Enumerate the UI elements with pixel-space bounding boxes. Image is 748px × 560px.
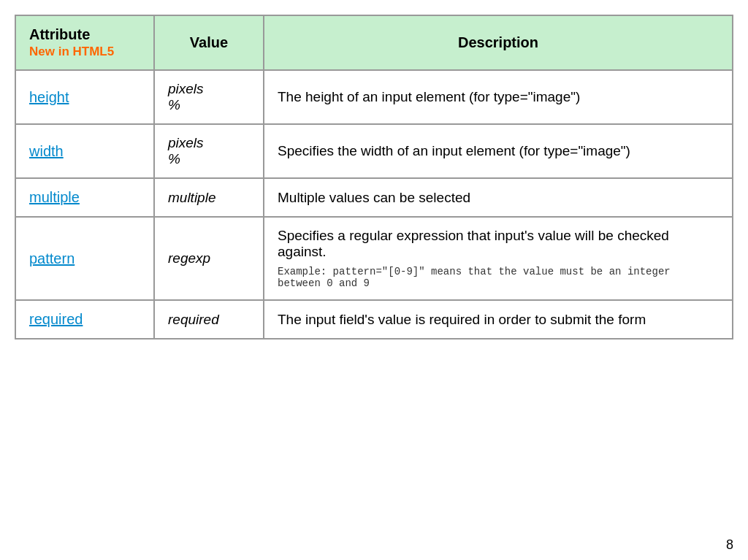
description-cell: Specifies a regular expression that inpu… xyxy=(264,217,733,300)
table-row: patternregexpSpecifies a regular express… xyxy=(15,217,733,300)
table-row: widthpixels%Specifies the width of an in… xyxy=(15,124,733,178)
attribute-link[interactable]: pattern xyxy=(29,250,75,266)
description-text: Specifies the width of an input element … xyxy=(278,143,630,158)
attribute-header-label: Attribute xyxy=(29,26,90,42)
attribute-cell: height xyxy=(15,70,154,124)
value-cell: pixels% xyxy=(154,124,264,178)
description-cell: The height of an input element (for type… xyxy=(264,70,733,124)
attribute-cell: width xyxy=(15,124,154,178)
description-cell: Specifies the width of an input element … xyxy=(264,124,733,178)
table-row: multiplemultipleMultiple values can be s… xyxy=(15,178,733,217)
attribute-cell: pattern xyxy=(15,217,154,300)
description-text: Multiple values can be selected xyxy=(278,190,470,205)
attribute-link[interactable]: required xyxy=(29,311,83,327)
attribute-link[interactable]: multiple xyxy=(29,189,80,205)
value-cell: required xyxy=(154,300,264,339)
page-number: 8 xyxy=(15,532,733,553)
description-cell: Multiple values can be selected xyxy=(264,178,733,217)
description-text: Specifies a regular expression that inpu… xyxy=(278,228,669,259)
description-header: Description xyxy=(264,15,733,70)
value-cell: pixels% xyxy=(154,70,264,124)
value-cell: multiple xyxy=(154,178,264,217)
table-header-row: Attribute New in HTML5 Value Description xyxy=(15,15,733,70)
description-cell: The input field's value is required in o… xyxy=(264,300,733,339)
attribute-link[interactable]: width xyxy=(29,143,64,159)
attribute-link[interactable]: height xyxy=(29,89,69,105)
description-text: The height of an input element (for type… xyxy=(278,89,580,104)
description-example: Example: pattern="[0-9]" means that the … xyxy=(278,266,719,289)
new-in-html5-label: New in HTML5 xyxy=(29,45,140,59)
value-header: Value xyxy=(154,15,264,70)
table-row: heightpixels%The height of an input elem… xyxy=(15,70,733,124)
attribute-header: Attribute New in HTML5 xyxy=(15,15,154,70)
attributes-table: Attribute New in HTML5 Value Description… xyxy=(15,15,733,340)
attribute-cell: required xyxy=(15,300,154,339)
value-cell: regexp xyxy=(154,217,264,300)
attribute-cell: multiple xyxy=(15,178,154,217)
reference-table-wrapper: Attribute New in HTML5 Value Description… xyxy=(15,15,733,532)
table-row: requiredrequiredThe input field's value … xyxy=(15,300,733,339)
description-text: The input field's value is required in o… xyxy=(278,312,646,327)
